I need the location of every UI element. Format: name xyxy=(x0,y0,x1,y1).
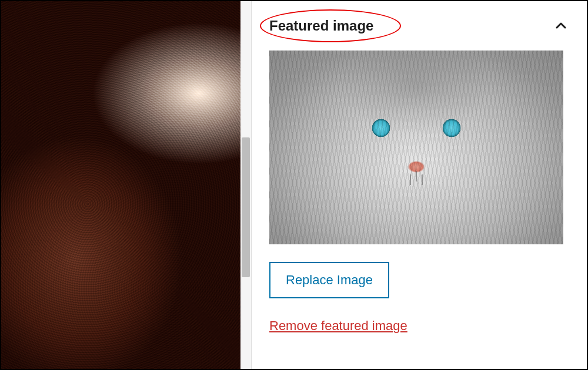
featured-image-panel-header[interactable]: Featured image xyxy=(252,1,587,45)
editor-scrollbar-thumb[interactable] xyxy=(242,137,250,277)
post-block-image[interactable] xyxy=(1,1,248,369)
replace-image-button[interactable]: Replace Image xyxy=(269,262,389,298)
featured-image-thumbnail[interactable] xyxy=(269,51,563,244)
featured-image-panel-title: Featured image xyxy=(269,18,373,34)
settings-sidebar: Featured image Replace Image Remove feat… xyxy=(251,1,587,369)
editor-canvas xyxy=(1,1,251,369)
chevron-up-icon[interactable] xyxy=(553,18,569,34)
editor-scrollbar-track xyxy=(240,1,251,369)
featured-image-panel-body: Replace Image Remove featured image xyxy=(252,45,587,334)
remove-featured-image-link[interactable]: Remove featured image xyxy=(269,318,407,334)
